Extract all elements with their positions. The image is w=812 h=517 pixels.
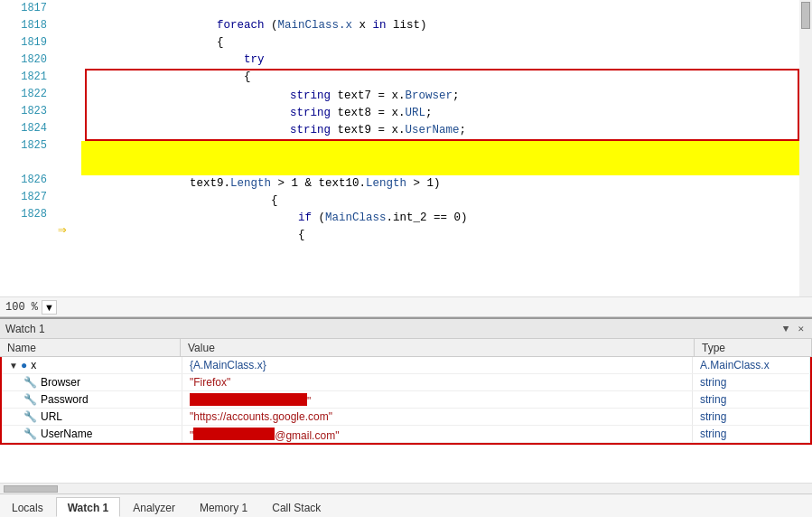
watch-close-button[interactable]: ✕ [795, 323, 807, 334]
code-line-1827: if (MainClass.int_2 == 0) [81, 193, 799, 210]
code-line-1818: { [81, 17, 799, 34]
code-editor: 1817 1818 1819 1820 1821 1822 1823 1824 … [0, 0, 812, 317]
scrollbar-thumb[interactable] [801, 2, 810, 29]
row-url-value: "https://accounts.google.com" [182, 409, 693, 425]
tab-watch1[interactable]: Watch 1 [56, 497, 121, 517]
watch-row-password[interactable]: 🔧 Password " string [2, 391, 810, 409]
col-header-name: Name [0, 339, 181, 356]
row-x-type: A.MainClass.x [693, 357, 810, 373]
row-browser-value: "Firefox" [182, 374, 693, 390]
bottom-tabs: Locals Watch 1 Analyzer Memory 1 Call St… [0, 494, 812, 517]
watch-pin-button[interactable]: ▼ [780, 324, 792, 334]
code-line-1822: string text8 = x.URL; [87, 88, 798, 105]
vertical-scrollbar[interactable] [799, 0, 812, 296]
code-lines: foreach (MainClass.x x in list) { try { [81, 0, 799, 296]
watch-table: Name Value Type ▼ ● x {A.MainClass.x} A.… [0, 339, 812, 483]
watch-table-header: Name Value Type [0, 339, 812, 357]
row-x-name: x [31, 357, 36, 373]
watch-panel: Watch 1 ▼ ✕ Name Value Type ▼ ● x {A.Mai… [0, 317, 812, 494]
watch-rows-red-border: ▼ ● x {A.MainClass.x} A.MainClass.x 🔧 Br… [0, 357, 812, 445]
row-url-type: string [693, 409, 810, 425]
horizontal-scrollbar[interactable] [0, 483, 812, 494]
watch-row-x[interactable]: ▼ ● x {A.MainClass.x} A.MainClass.x [2, 357, 810, 374]
red-highlight-box: string text7 = x.Browser; string text8 =… [85, 69, 799, 141]
row-browser-type: string [693, 374, 810, 390]
code-line-1824: string text10 = x.Password; [87, 122, 798, 139]
row-username-name: UserName [41, 426, 92, 442]
watch-title-actions: ▼ ✕ [780, 323, 807, 334]
code-line-1825-cont: text9.Length > 1 & text10.Length > 1) [81, 158, 799, 175]
code-line-1819: try [81, 34, 799, 52]
watch-title: Watch 1 [5, 323, 45, 335]
row-username-type: string [693, 426, 810, 442]
wrench-icon-url: 🔧 [23, 409, 37, 425]
wrench-icon-browser: 🔧 [23, 374, 37, 390]
code-line-1826: { [81, 175, 799, 193]
zoom-dropdown[interactable]: ▼ [42, 300, 57, 315]
code-line-1823: string text9 = x.UserName; [87, 105, 798, 122]
row-x-value: {A.MainClass.x} [182, 357, 693, 373]
code-line-1820: { [81, 52, 799, 69]
tab-analyzer[interactable]: Analyzer [121, 497, 187, 517]
row-password-value: " [182, 391, 693, 408]
code-line-1817: foreach (MainClass.x x in list) [81, 0, 799, 17]
row-username-value: " @gmail.com" [182, 426, 693, 442]
col-header-type: Type [695, 339, 812, 356]
zoom-label: 100 % [5, 301, 38, 314]
wrench-icon-username: 🔧 [23, 426, 37, 442]
tab-memory1[interactable]: Memory 1 [188, 497, 259, 517]
circle-icon: ● [21, 357, 27, 373]
expand-icon-x: ▼ [9, 357, 18, 373]
watch-row-url[interactable]: 🔧 URL "https://accounts.google.com" stri… [2, 409, 810, 426]
row-password-name: Password [41, 391, 89, 408]
code-line-1828: { [81, 210, 799, 227]
col-header-value: Value [181, 339, 695, 356]
code-line-1825: if ((text8.Length > 1 | text7.Length > 1… [81, 141, 799, 158]
row-url-name: URL [41, 409, 62, 425]
code-line-1821: string text7 = x.Browser; [87, 70, 798, 88]
watch-title-bar: Watch 1 ▼ ✕ [0, 319, 812, 339]
watch-row-browser[interactable]: 🔧 Browser "Firefox" string [2, 374, 810, 391]
zoom-bar: 100 % ▼ [0, 296, 812, 316]
line-numbers: 1817 1818 1819 1820 1821 1822 1823 1824 … [0, 0, 54, 296]
debug-gutter: ⇒ [54, 0, 81, 296]
row-browser-name: Browser [41, 374, 80, 390]
h-scrollbar-thumb[interactable] [4, 485, 58, 493]
watch-row-username[interactable]: 🔧 UserName " @gmail.com" string [2, 426, 810, 443]
tab-locals[interactable]: Locals [0, 497, 55, 517]
wrench-icon-password: 🔧 [23, 391, 37, 408]
tab-callstack[interactable]: Call Stack [260, 497, 332, 517]
row-password-type: string [693, 391, 810, 408]
